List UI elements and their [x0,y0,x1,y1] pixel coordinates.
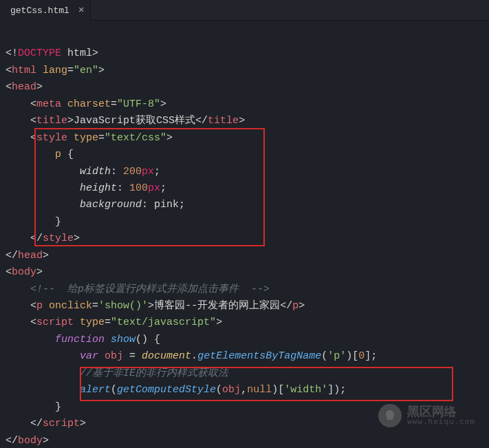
t: pink [154,199,179,211]
t: < [30,317,36,328]
t: obj [222,384,241,396]
code-line: function show() { [6,334,160,345]
t: > [74,233,80,244]
t: script [36,317,74,328]
t: body [18,435,43,447]
t [6,149,55,160]
code-editor[interactable]: <!DOCTYPE html> <html lang="en"> <head> … [0,21,489,448]
t: = [105,317,111,328]
t [6,334,55,345]
t: height [80,182,117,194]
t: lang [43,65,67,76]
t: > [98,65,105,76]
t: document [142,350,191,362]
t: html [61,47,92,59]
t: > [67,115,74,127]
t: > [239,115,245,127]
code-line: <html lang="en"> [6,65,105,76]
t [6,300,30,312]
t: 100 [129,182,148,194]
t: px [142,166,154,178]
t: alert [80,384,111,396]
t: < [30,98,36,110]
t: </ [6,250,18,262]
t: </ [195,115,208,127]
t: ]; [365,350,377,362]
code-line: <style type="text/css"> [6,132,173,144]
t: "en" [74,65,98,76]
code-line: } [6,401,61,413]
t: > [216,317,222,328]
t: = [123,350,142,362]
t [61,98,67,110]
t: = [98,132,105,144]
t: head [12,81,36,93]
t [6,350,80,362]
t: onclick [49,300,92,312]
t: body [12,266,36,278]
t: head [18,250,43,262]
t: <! [6,47,18,59]
code-line: height: 100px; [6,182,166,194]
t: > [36,81,43,93]
t: : [111,166,123,178]
t: p [55,149,61,160]
t: () { [135,334,160,345]
t [105,334,111,345]
t: p [36,300,43,312]
t: obj [105,350,123,362]
code-line: <!-- 给p标签设置行内样式并添加点击事件 --> [6,284,270,295]
t: DOCTYPE [18,47,61,59]
t: script [43,418,80,429]
t [6,199,80,211]
code-line: </script> [6,418,86,429]
t: </ [6,435,18,447]
t: > [298,300,305,312]
close-icon[interactable]: × [78,6,85,16]
t: width [80,166,111,178]
t [43,300,49,312]
code-line: <head> [6,81,43,93]
t: 'show()' [98,300,148,312]
code-line: <!DOCTYPE html> [6,47,98,59]
tab-filename: getCss.html [10,6,69,16]
t: //基于非IE的非行内样式获取法 [80,367,228,379]
t: > [148,300,154,312]
t: = [92,300,98,312]
t: > [160,98,166,110]
t: . [191,350,197,362]
t: style [43,233,74,244]
t: 200 [123,166,142,178]
t: charset [67,98,111,110]
t: function [55,334,105,345]
code-line: background: pink; [6,199,185,211]
code-line: </style> [6,233,80,244]
t [98,350,105,362]
t [6,317,30,328]
t: show [111,334,135,345]
t: } [55,401,61,413]
t: meta [36,98,61,110]
t [6,216,55,228]
code-line: <meta charset="UTF-8"> [6,98,166,110]
t: > [166,132,173,144]
code-line: p { [6,149,74,160]
code-line: <script type="text/javascript"> [6,317,222,328]
t: title [36,115,67,127]
t: > [43,250,49,262]
t: 0 [358,350,365,362]
tab-file[interactable]: getCss.html × [0,0,91,21]
code-line: </head> [6,250,49,262]
t: var [80,350,98,362]
code-line: <p onclick='show()'>博客园--开发者的网上家园</p> [6,300,305,312]
t [6,401,55,413]
t: , [241,384,247,396]
code-line: <title>JavaScript获取CSS样式</title> [6,115,245,127]
t: style [36,132,67,144]
t: background [80,199,142,211]
t: "text/css" [105,132,166,144]
t: ( [216,384,222,396]
t: "text/javascript" [111,317,216,328]
t: getComputedStyle [117,384,216,396]
t [6,418,30,429]
